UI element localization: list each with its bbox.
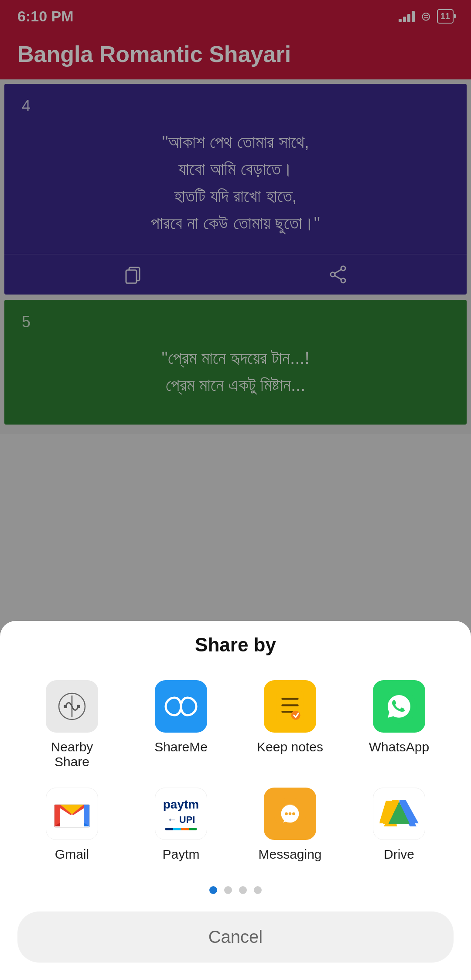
nearby-share-label: NearbyShare — [51, 740, 93, 769]
app-item-messaging[interactable]: Messaging — [236, 781, 345, 869]
shareme-label: ShareMe — [154, 740, 208, 754]
dot-4 — [254, 886, 262, 894]
svg-point-26 — [289, 812, 291, 815]
nearby-share-icon — [46, 680, 98, 733]
paytm-label: Paytm — [162, 847, 199, 862]
apps-grid: NearbyShare ShareMe — [0, 673, 471, 869]
app-item-shareme[interactable]: ShareMe — [126, 673, 236, 776]
app-item-paytm[interactable]: paytm ← UPI Paytm — [126, 781, 236, 869]
dot-1 — [209, 886, 217, 894]
gmail-label: Gmail — [55, 847, 89, 862]
messaging-icon — [264, 788, 316, 840]
gmail-icon — [46, 788, 98, 840]
drive-icon — [373, 788, 425, 840]
paytm-icon: paytm ← UPI — [155, 788, 207, 840]
app-item-gmail[interactable]: Gmail — [17, 781, 126, 869]
messaging-label: Messaging — [258, 847, 321, 862]
app-item-nearby[interactable]: NearbyShare — [17, 673, 126, 776]
drive-label: Drive — [384, 847, 414, 862]
dot-2 — [224, 886, 232, 894]
svg-point-27 — [292, 812, 295, 815]
app-item-keep[interactable]: Keep notes — [236, 673, 345, 776]
app-item-drive[interactable]: Drive — [345, 781, 454, 869]
svg-point-8 — [64, 705, 67, 708]
svg-point-25 — [285, 812, 287, 815]
share-title: Share by — [0, 634, 471, 656]
svg-point-9 — [77, 705, 80, 708]
whatsapp-icon — [373, 680, 425, 733]
share-bottom-sheet: Share by NearbyShare ShareM — [0, 621, 471, 980]
shareme-icon — [155, 680, 207, 733]
dot-3 — [239, 886, 247, 894]
whatsapp-label: WhatsApp — [369, 740, 429, 754]
pagination-dots — [0, 886, 471, 894]
keep-notes-icon — [264, 680, 316, 733]
cancel-button[interactable]: Cancel — [17, 911, 454, 963]
app-item-whatsapp[interactable]: WhatsApp — [345, 673, 454, 776]
keep-notes-label: Keep notes — [257, 740, 323, 754]
svg-point-12 — [291, 711, 300, 720]
